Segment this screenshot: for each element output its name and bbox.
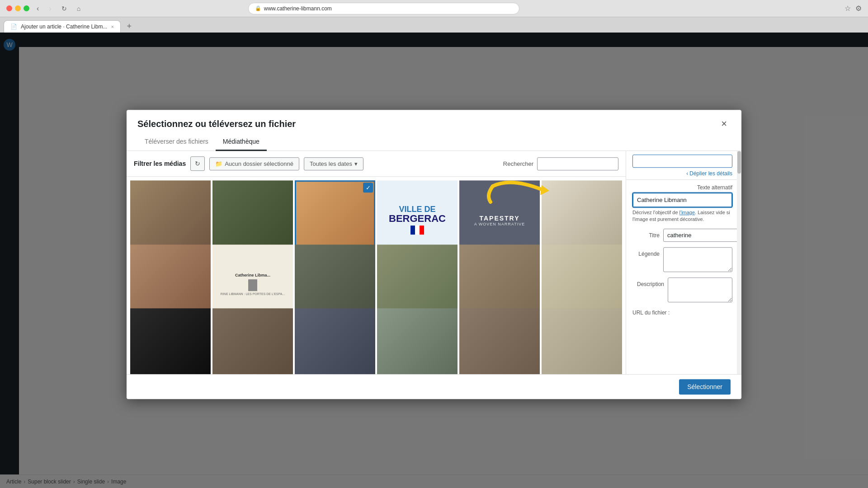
filter-label: Filtrer les médias xyxy=(134,160,186,167)
folder-filter-button[interactable]: 📁 Aucun dossier sélectionné xyxy=(209,157,299,170)
url-text: www.catherine-libmann.com xyxy=(264,5,332,12)
alt-text-field: Texte alternatif Décrivez l'objectif de … xyxy=(632,184,732,223)
browser-actions: ☆ ⚙ xyxy=(844,4,862,13)
folder-icon: 📁 xyxy=(215,160,222,167)
tab-icon: 📄 xyxy=(10,23,17,30)
chevron-left-icon: ‹ xyxy=(686,170,688,177)
tab-bar: 📄 Ajouter un article · Catherine Libm...… xyxy=(0,17,868,33)
media-item[interactable] xyxy=(295,309,375,375)
legend-textarea[interactable] xyxy=(663,247,732,272)
description-textarea[interactable] xyxy=(668,277,732,302)
title-label: Titre xyxy=(632,232,660,239)
tab-title: Ajouter un article · Catherine Libm... xyxy=(21,23,107,30)
modal-body: Filtrer les médias ↻ 📁 Aucun dossier sél… xyxy=(127,151,741,374)
modal-tabs: Téléverser des fichiers Médiathèque xyxy=(127,134,741,151)
details-toggle-area: ‹ Déplier les détails xyxy=(632,170,732,177)
home-button[interactable]: ⌂ xyxy=(74,4,83,13)
url-label: URL du fichier : xyxy=(632,310,670,316)
url-field: URL du fichier : xyxy=(632,308,732,316)
reload-button[interactable]: ↻ xyxy=(59,4,70,13)
scrollbar-track[interactable] xyxy=(737,151,741,374)
selected-checkmark: ✓ xyxy=(363,183,373,192)
scrollbar-thumb[interactable] xyxy=(737,151,741,174)
traffic-light-maximize[interactable] xyxy=(24,5,29,11)
tab-close-icon[interactable]: × xyxy=(111,24,113,29)
new-tab-button[interactable]: + xyxy=(123,20,136,33)
media-thumbnail xyxy=(212,309,293,375)
media-thumbnail xyxy=(459,309,540,375)
description-field: Description xyxy=(632,277,732,302)
tab-library[interactable]: Médiathèque xyxy=(216,134,267,151)
details-toggle-button[interactable]: ‹ Déplier les détails xyxy=(686,170,732,177)
media-thumbnail xyxy=(542,309,622,375)
media-thumbnail xyxy=(130,309,211,375)
alt-text-input[interactable] xyxy=(632,192,732,207)
media-modal: Sélectionnez ou téléversez un fichier × … xyxy=(127,110,741,399)
alt-text-description: Décrivez l'objectif de l'image. Laissez … xyxy=(632,209,732,223)
modal-footer: Sélectionner xyxy=(127,374,741,399)
media-item[interactable] xyxy=(130,309,211,375)
title-input[interactable] xyxy=(663,229,741,242)
search-area: Rechercher xyxy=(503,157,618,170)
search-label: Rechercher xyxy=(503,160,533,167)
filter-bar: Filtrer les médias ↻ 📁 Aucun dossier sél… xyxy=(127,151,626,177)
traffic-lights xyxy=(6,5,29,11)
active-tab[interactable]: 📄 Ajouter un article · Catherine Libm...… xyxy=(4,20,121,33)
details-panel: ‹ Déplier les détails Texte alternatif D… xyxy=(626,151,741,374)
media-item[interactable] xyxy=(377,309,458,375)
select-button[interactable]: Sélectionner xyxy=(679,379,731,394)
details-fields: Texte alternatif Décrivez l'objectif de … xyxy=(626,180,741,320)
title-field: Titre xyxy=(632,229,732,242)
search-input[interactable] xyxy=(537,157,618,170)
chevron-down-icon: ▾ xyxy=(354,160,358,167)
media-item[interactable] xyxy=(212,309,293,375)
media-item[interactable] xyxy=(542,309,622,375)
date-filter-button[interactable]: Toutes les dates ▾ xyxy=(304,157,363,170)
forward-button[interactable]: › xyxy=(46,4,54,14)
media-area: Filtrer les médias ↻ 📁 Aucun dossier sél… xyxy=(127,151,626,374)
description-label: Description xyxy=(632,281,664,287)
legend-label: Légende xyxy=(632,251,660,257)
legend-field: Légende xyxy=(632,247,732,272)
media-grid: ✓ VILLE DE BERGERAC xyxy=(127,177,626,374)
alt-text-label: Texte alternatif xyxy=(632,184,732,191)
alt-text-link[interactable]: l'image xyxy=(679,210,695,215)
settings-icon[interactable]: ⚙ xyxy=(855,4,862,13)
back-button[interactable]: ‹ xyxy=(34,4,42,14)
refresh-button[interactable]: ↻ xyxy=(190,156,205,171)
star-icon[interactable]: ☆ xyxy=(844,4,851,13)
traffic-light-minimize[interactable] xyxy=(15,5,21,11)
media-thumbnail xyxy=(295,309,375,375)
tab-upload[interactable]: Téléverser des fichiers xyxy=(137,134,216,151)
media-thumbnail xyxy=(377,309,458,375)
media-item[interactable] xyxy=(459,309,540,375)
details-top-input[interactable] xyxy=(632,155,732,168)
address-bar[interactable]: 🔒 www.catherine-libmann.com xyxy=(248,3,519,14)
modal-close-button[interactable]: × xyxy=(717,118,731,130)
details-top-section: ‹ Déplier les détails xyxy=(626,151,741,180)
traffic-light-close[interactable] xyxy=(6,5,12,11)
modal-title: Sélectionnez ou téléversez un fichier xyxy=(137,119,296,129)
modal-header: Sélectionnez ou téléversez un fichier × xyxy=(127,110,741,130)
